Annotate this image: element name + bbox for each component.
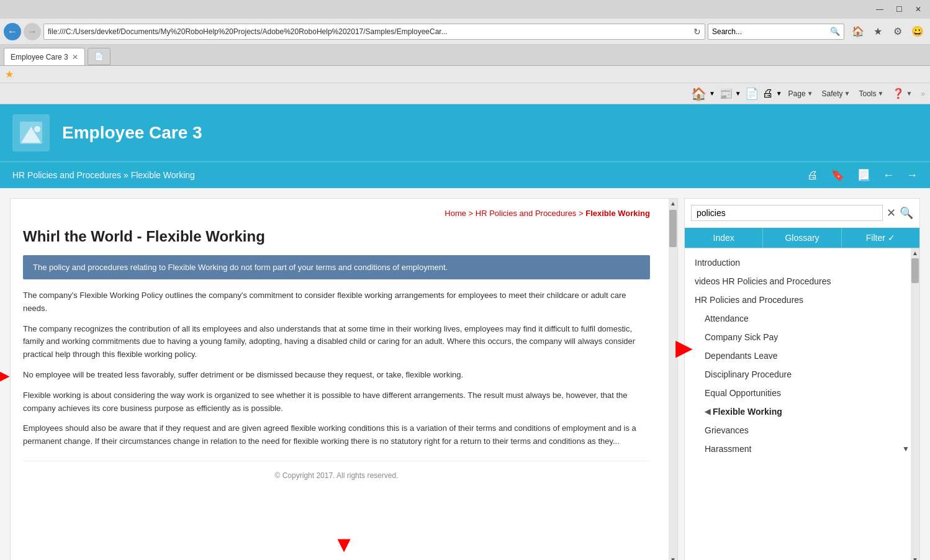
nav-item-label: Company Sick Pay (705, 332, 778, 342)
toolbar-expand-icon[interactable]: » (921, 89, 925, 98)
tools-toolbar-button[interactable]: Tools ▼ (856, 88, 886, 99)
sidebar-search-input[interactable] (691, 205, 883, 221)
page-label: Page (788, 89, 806, 98)
nav-item-disciplinary[interactable]: Disciplinary Procedure (685, 365, 919, 384)
sidebar-tab-filter[interactable]: Filter ✓ (842, 228, 919, 248)
breadcrumb-current: Flexible Working (585, 209, 650, 218)
content-inner: Home > HR Policies and Procedures > Flex… (11, 199, 669, 500)
nav-item-equal-opps[interactable]: Equal Opportunities (685, 384, 919, 402)
sidebar-scroll-down-arrow[interactable]: ▼ (911, 555, 919, 560)
red-arrow-left-icon: ▶ (0, 362, 10, 388)
scroll-up-arrow[interactable]: ▲ (669, 199, 677, 207)
breadcrumb-sep2: > (579, 209, 585, 218)
main-area: ▶ Home > HR Policies and Procedures > Fl… (0, 188, 930, 560)
forward-breadcrumb-icon[interactable]: → (906, 169, 918, 182)
close-button[interactable]: ✕ (911, 4, 925, 15)
forward-button[interactable]: → (24, 23, 41, 40)
breadcrumb-actions: 🖨 🔖 📃 ← → (807, 168, 918, 182)
add-breadcrumb-icon[interactable]: 📃 (857, 168, 870, 182)
nav-item-harassment[interactable]: Harassment ▼ (685, 440, 919, 458)
feed-dropdown-icon[interactable]: ▼ (735, 90, 741, 97)
nav-icons: 🏠 ★ ⚙ 😀 (849, 23, 926, 40)
content-panel: Home > HR Policies and Procedures > Flex… (10, 198, 678, 560)
app-logo (12, 114, 50, 151)
content-footer: © Copyright 2017. All rights reserved. (23, 461, 650, 490)
safety-label: Safety (822, 89, 843, 98)
breadcrumb-hr[interactable]: HR Policies and Procedures (476, 209, 577, 218)
sidebar-tab-glossary[interactable]: Glossary (763, 228, 841, 248)
toolbar-row: 🏠 ▼ 📰 ▼ 📄 🖨 ▼ Page ▼ Safety ▼ Tools ▼ ❓ … (0, 83, 930, 104)
nav-item-introduction[interactable]: Introduction (685, 253, 919, 272)
search-input[interactable] (712, 27, 830, 36)
favorites-star-icon[interactable]: ★ (5, 68, 14, 80)
sidebar-search-go-icon[interactable]: 🔍 (900, 206, 913, 220)
back-button[interactable]: ← (4, 23, 21, 40)
new-tab-button[interactable]: 📄 (88, 48, 111, 65)
favorites-icon[interactable]: ★ (869, 23, 887, 40)
breadcrumb-bar: HR Policies and Procedures » Flexible Wo… (0, 161, 930, 188)
sidebar-search-clear-icon[interactable]: ✕ (887, 206, 896, 220)
address-text: file:///C:/Users/devkef/Documents/My%20R… (48, 27, 691, 36)
help-toolbar-button[interactable]: ❓ ▼ (890, 86, 914, 101)
nav-item-hr-policies[interactable]: HR Policies and Procedures (685, 291, 919, 309)
scroll-down-arrow[interactable]: ▼ (669, 555, 677, 560)
sidebar-scroll-up-arrow[interactable]: ▲ (911, 248, 919, 257)
page-toolbar-button[interactable]: Page ▼ (786, 88, 816, 99)
nav-scroll-down-icon[interactable]: ▼ (902, 445, 910, 453)
safety-toolbar-button[interactable]: Safety ▼ (819, 88, 853, 99)
sidebar-tabs: Index Glossary Filter ✓ (685, 228, 919, 248)
nav-item-label: Attendance (705, 314, 749, 323)
nav-item-sick-pay[interactable]: Company Sick Pay (685, 328, 919, 346)
logo-icon (19, 120, 43, 145)
nav-item-label: HR Policies and Procedures (695, 295, 803, 305)
tab-bar: Employee Care 3 ✕ 📄 (0, 45, 930, 66)
address-bar[interactable]: file:///C:/Users/devkef/Documents/My%20R… (43, 24, 705, 40)
refresh-button[interactable]: ↻ (693, 27, 701, 37)
nav-item-label: Grievances (705, 425, 749, 435)
content-paragraph-3: No employee will be treated less favorab… (23, 369, 650, 382)
sidebar-tab-index[interactable]: Index (685, 228, 763, 248)
content-scrollbar[interactable]: ▲ ▼ (669, 199, 677, 560)
feed-toolbar-icon[interactable]: 📰 (719, 87, 733, 101)
search-bar[interactable]: 🔍 (708, 24, 844, 40)
filter-check-icon: ✓ (888, 233, 895, 243)
nav-item-label: Disciplinary Procedure (705, 369, 792, 379)
breadcrumb-home[interactable]: Home (445, 209, 466, 218)
sidebar-scroll-thumb[interactable] (911, 258, 919, 283)
back-breadcrumb-icon[interactable]: ← (883, 169, 894, 182)
home-icon[interactable]: 🏠 (849, 23, 867, 40)
sidebar-scrollbar[interactable]: ▲ ▼ (911, 248, 919, 560)
read-toolbar-icon[interactable]: 📄 (745, 87, 759, 101)
home-toolbar-icon[interactable]: 🏠 (691, 86, 707, 101)
bookmark-breadcrumb-icon[interactable]: 🔖 (831, 168, 844, 182)
page-heading: Whirl the World - Flexible Working (23, 228, 650, 245)
breadcrumb-text: HR Policies and Procedures » Flexible Wo… (12, 170, 195, 180)
content-paragraph-4: Flexible working is about considering th… (23, 389, 650, 415)
home-dropdown-icon[interactable]: ▼ (709, 90, 715, 97)
print-toolbar-icon[interactable]: 🖨 (762, 87, 774, 100)
print-breadcrumb-icon[interactable]: 🖨 (807, 169, 818, 182)
nav-item-label: Harassment (705, 444, 751, 454)
maximize-button[interactable]: ☐ (892, 4, 906, 15)
minimize-button[interactable]: — (872, 4, 887, 15)
nav-item-attendance[interactable]: Attendance (685, 309, 919, 328)
nav-item-videos-hr[interactable]: videos HR Policies and Procedures (685, 272, 919, 291)
window-controls[interactable]: — ☐ ✕ (872, 4, 925, 15)
search-icon: 🔍 (830, 27, 840, 36)
print-dropdown-icon[interactable]: ▼ (776, 90, 782, 97)
close-tab-button[interactable]: ✕ (72, 53, 78, 61)
scroll-thumb[interactable] (669, 210, 677, 247)
smiley-icon[interactable]: 😀 (909, 23, 926, 40)
nav-item-flexible-working[interactable]: ◀ Flexible Working (685, 402, 919, 421)
nav-item-dependants[interactable]: Dependants Leave (685, 346, 919, 365)
settings-icon[interactable]: ⚙ (889, 23, 906, 40)
tools-chevron-icon: ▼ (878, 90, 884, 97)
safety-chevron-icon: ▼ (844, 90, 851, 97)
page-chevron-icon: ▼ (807, 90, 813, 97)
help-chevron-icon: ▼ (906, 90, 912, 97)
filter-label: Filter (866, 233, 885, 243)
browser-tab[interactable]: Employee Care 3 ✕ (4, 48, 85, 65)
content-breadcrumb: Home > HR Policies and Procedures > Flex… (23, 209, 650, 218)
nav-item-grievances[interactable]: Grievances (685, 421, 919, 440)
content-paragraph-2: The company recognizes the contribution … (23, 323, 650, 361)
